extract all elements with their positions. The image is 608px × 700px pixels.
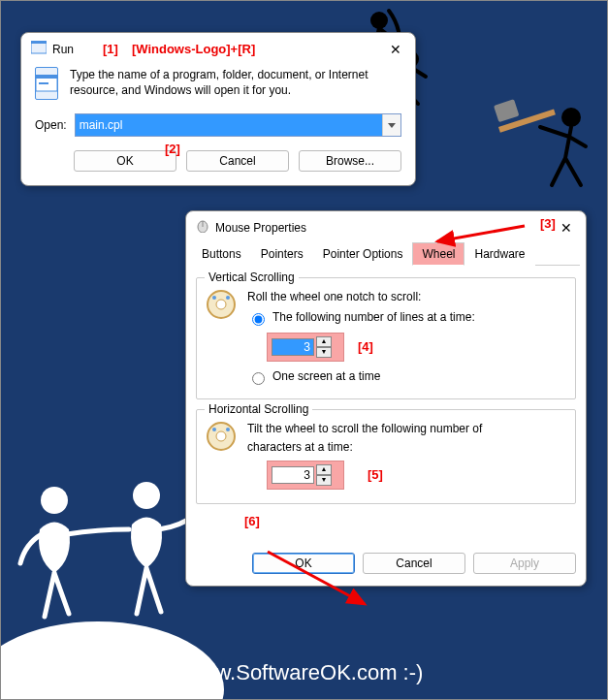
wheel-icon — [205, 288, 238, 321]
radio-lines-row[interactable]: The following number of lines at a time: — [247, 308, 475, 327]
annotation-1-text: [Windows-Logo]+[R] — [132, 42, 255, 56]
run-icon — [35, 67, 58, 100]
chars-spinner[interactable]: ▲ ▼ — [267, 461, 344, 490]
vertical-scrolling-group: Vertical Scrolling Roll the wheel one no… — [196, 277, 576, 399]
run-close-icon[interactable]: ✕ — [386, 42, 405, 57]
svg-point-21 — [212, 428, 216, 431]
svg-rect-4 — [494, 99, 519, 122]
open-input[interactable] — [76, 114, 382, 136]
mouse-titlebar-icon — [196, 219, 209, 236]
horizontal-intro: Tilt the wheel to scroll the following n… — [247, 420, 499, 457]
horizontal-legend: Horizontal Scrolling — [205, 402, 312, 416]
annotation-6: [6] — [244, 514, 260, 528]
chars-input[interactable] — [272, 466, 314, 484]
lines-down-icon[interactable]: ▼ — [316, 347, 332, 358]
lines-up-icon[interactable]: ▲ — [316, 336, 332, 347]
radio-screen-label: One screen at a time — [272, 367, 380, 386]
run-titlebar-icon — [31, 41, 47, 57]
run-description: Type the name of a program, folder, docu… — [70, 67, 401, 98]
radio-lines[interactable] — [252, 313, 265, 326]
svg-point-2 — [561, 108, 581, 127]
chevron-down-icon[interactable] — [382, 114, 400, 136]
tab-hardware[interactable]: Hardware — [464, 242, 534, 266]
run-titlebar: Run [1] [Windows-Logo]+[R] ✕ — [21, 33, 415, 61]
tab-pointer-options[interactable]: Pointer Options — [313, 242, 413, 266]
annotation-4: [4] — [358, 337, 373, 358]
vertical-intro: Roll the wheel one notch to scroll: — [247, 288, 475, 306]
svg-rect-9 — [31, 41, 47, 44]
svg-point-22 — [226, 428, 230, 431]
run-ok-button[interactable]: OK — [74, 150, 176, 172]
chars-up-icon[interactable]: ▲ — [316, 464, 332, 475]
mouse-tabs: Buttons Pointers Pointer Options Wheel H… — [192, 241, 580, 266]
radio-screen[interactable] — [252, 372, 265, 385]
svg-point-16 — [216, 300, 226, 309]
svg-rect-12 — [39, 82, 48, 84]
horizontal-scrolling-group: Horizontal Scrolling Tilt the wheel to s… — [196, 409, 576, 504]
annotation-5: [5] — [368, 465, 383, 486]
tab-pointers[interactable]: Pointers — [251, 242, 313, 266]
mouse-properties-dialog: Mouse Properties ✕ Buttons Pointers Poin… — [185, 210, 587, 587]
annotation-1: [1] — [103, 42, 118, 56]
svg-point-20 — [216, 431, 226, 441]
footer-watermark: www.SoftwareOK.com :-) — [1, 660, 607, 685]
annotation-2: [2] — [165, 142, 180, 156]
open-label: Open: — [35, 118, 67, 132]
run-dialog: Run [1] [Windows-Logo]+[R] ✕ Type the na… — [20, 32, 416, 186]
annotation-3: [3] — [540, 216, 556, 231]
hammer-figure-decoration — [494, 88, 608, 214]
mouse-titlebar: Mouse Properties ✕ — [186, 211, 586, 239]
mouse-title: Mouse Properties — [215, 221, 306, 235]
tab-buttons[interactable]: Buttons — [192, 242, 251, 266]
vertical-legend: Vertical Scrolling — [205, 270, 299, 284]
lines-input[interactable] — [272, 338, 314, 356]
mouse-apply-button[interactable]: Apply — [473, 553, 576, 574]
lines-spinner[interactable]: ▲ ▼ — [267, 333, 344, 362]
svg-point-6 — [41, 487, 68, 514]
tab-wheel[interactable]: Wheel — [412, 242, 464, 266]
wheel-icon-2 — [205, 420, 238, 453]
svg-point-18 — [226, 296, 230, 300]
mouse-close-icon[interactable]: ✕ — [557, 220, 576, 236]
svg-point-7 — [133, 482, 160, 509]
svg-rect-11 — [36, 75, 57, 79]
svg-point-17 — [212, 296, 216, 300]
chars-down-icon[interactable]: ▼ — [316, 475, 332, 486]
mouse-ok-button[interactable]: OK — [252, 553, 355, 574]
run-cancel-button[interactable]: Cancel — [186, 150, 289, 172]
open-combobox[interactable] — [75, 113, 401, 137]
svg-rect-8 — [31, 43, 47, 53]
run-title: Run — [52, 43, 74, 56]
radio-screen-row[interactable]: One screen at a time — [247, 367, 475, 386]
radio-lines-label: The following number of lines at a time: — [272, 308, 475, 327]
mouse-cancel-button[interactable]: Cancel — [363, 553, 465, 574]
run-browse-button[interactable]: Browse... — [299, 150, 401, 172]
